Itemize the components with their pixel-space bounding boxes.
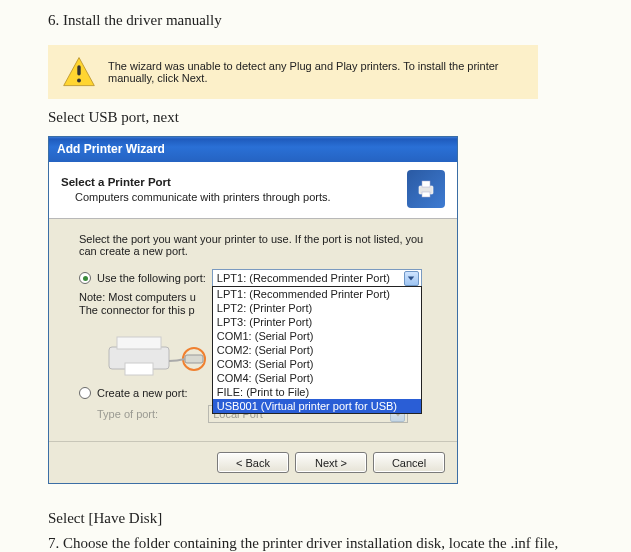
port-option[interactable]: LPT1: (Recommended Printer Port) (213, 287, 421, 301)
svg-rect-9 (125, 363, 153, 375)
dialog-header-title: Select a Printer Port (61, 176, 331, 188)
svg-point-2 (77, 79, 81, 83)
svg-rect-5 (422, 192, 430, 197)
dialog-body: Select the port you want your printer to… (49, 219, 457, 441)
instruction-select-usb: Select USB port, next (48, 109, 583, 126)
step-7-text: 7. Choose the folder containing the prin… (48, 533, 583, 552)
port-option[interactable]: LPT3: (Printer Port) (213, 315, 421, 329)
dialog-prompt: Select the port you want your printer to… (79, 233, 427, 257)
use-port-radio[interactable] (79, 272, 91, 284)
port-option[interactable]: COM2: (Serial Port) (213, 343, 421, 357)
note-line-2: The connector for this p (79, 304, 195, 316)
port-option[interactable]: COM1: (Serial Port) (213, 329, 421, 343)
dialog-button-row: < Back Next > Cancel (49, 441, 457, 483)
warning-banner: The wizard was unable to detect any Plug… (48, 45, 538, 99)
next-button[interactable]: Next > (295, 452, 367, 473)
dialog-title-bar: Add Printer Wizard (49, 137, 457, 162)
type-of-port-label: Type of port: (97, 408, 158, 420)
svg-rect-8 (117, 337, 161, 349)
printer-icon (407, 170, 445, 208)
port-dropdown-list[interactable]: LPT1: (Recommended Printer Port) LPT2: (… (212, 286, 422, 414)
port-option-selected[interactable]: USB001 (Virtual printer port for USB) (213, 399, 421, 413)
add-printer-wizard-dialog: Add Printer Wizard Select a Printer Port… (48, 136, 458, 484)
warning-text: The wizard was unable to detect any Plug… (108, 60, 524, 84)
port-option[interactable]: FILE: (Print to File) (213, 385, 421, 399)
port-dropdown-value: LPT1: (Recommended Printer Port) (217, 272, 390, 284)
back-button[interactable]: < Back (217, 452, 289, 473)
create-port-radio[interactable] (79, 387, 91, 399)
warning-icon (62, 55, 96, 89)
port-option[interactable]: COM4: (Serial Port) (213, 371, 421, 385)
port-option[interactable]: COM3: (Serial Port) (213, 357, 421, 371)
svg-marker-6 (408, 276, 414, 280)
port-dropdown[interactable]: LPT1: (Recommended Printer Port) (212, 269, 422, 287)
step-6-title: 6. Install the driver manually (48, 12, 583, 29)
cancel-button[interactable]: Cancel (373, 452, 445, 473)
chevron-down-icon[interactable] (404, 271, 419, 286)
note-line-1: Note: Most computers u (79, 291, 196, 303)
use-port-label: Use the following port: (97, 272, 206, 284)
instruction-have-disk: Select [Have Disk] (48, 510, 583, 527)
dialog-header-subtitle: Computers communicate with printers thro… (75, 191, 331, 203)
svg-rect-11 (185, 355, 203, 363)
svg-rect-1 (77, 65, 80, 75)
dialog-header: Select a Printer Port Computers communic… (49, 162, 457, 219)
port-option[interactable]: LPT2: (Printer Port) (213, 301, 421, 315)
svg-rect-4 (422, 181, 430, 187)
note-text: Note: Most computers u The connector for… (79, 291, 209, 317)
create-port-label: Create a new port: (97, 387, 188, 399)
